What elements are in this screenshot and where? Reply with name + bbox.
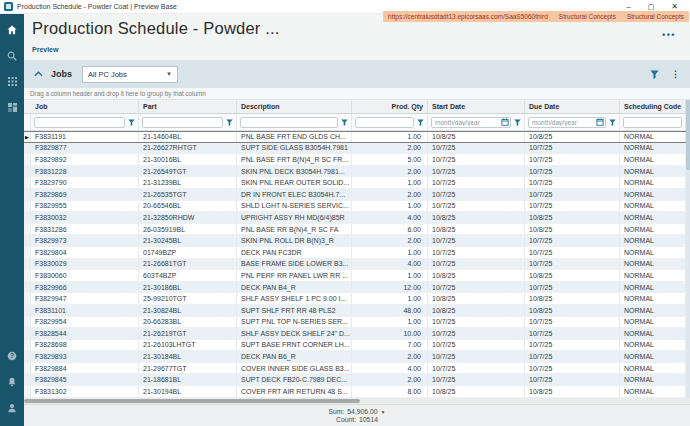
search-icon[interactable] xyxy=(0,45,24,66)
cell-due[interactable]: 10/8/25 xyxy=(525,270,620,281)
cell-qty[interactable]: 4.00 xyxy=(352,259,428,270)
cell-part[interactable]: 21-30824BL xyxy=(139,305,237,316)
sum-aggregate-dropdown-icon[interactable]: ▼ xyxy=(381,409,386,415)
cell-qty[interactable]: 1.00 xyxy=(352,132,428,142)
cell-due[interactable]: 10/7/25 xyxy=(525,177,620,188)
calendar-icon[interactable] xyxy=(501,118,509,126)
cell-job[interactable]: F3830060 xyxy=(31,270,139,281)
table-row[interactable]: F383110121-30824BLSUPT SHLF FRT RR 48 PL… xyxy=(24,305,686,317)
cell-part[interactable]: 21-29677TGT xyxy=(139,363,237,374)
cell-code[interactable]: NORMAL xyxy=(620,328,686,339)
filter-icon[interactable] xyxy=(514,119,521,126)
table-row[interactable]: F3830060603T4BZPPNL PERF RR PANEL LWR RR… xyxy=(24,270,686,282)
cell-start[interactable]: 10/7/25 xyxy=(428,282,525,293)
home-icon[interactable] xyxy=(0,19,24,40)
cell-due[interactable]: 10/7/25 xyxy=(525,374,620,385)
group-by-bar[interactable]: Drag a column header and drop it here to… xyxy=(24,88,690,100)
cell-desc[interactable]: SKIN PNL REAR OUTER SOLID... xyxy=(237,177,352,188)
cell-part[interactable]: 21-26681TGT xyxy=(139,259,237,270)
filter-icon[interactable] xyxy=(341,119,348,126)
tab-preview[interactable]: Preview xyxy=(32,46,58,53)
cell-start[interactable]: 10/7/25 xyxy=(428,143,525,154)
cell-part[interactable]: 21-31239BL xyxy=(139,177,237,188)
cell-start[interactable]: 10/7/25 xyxy=(428,340,525,351)
cell-due[interactable]: 10/8/25 xyxy=(525,132,620,142)
apps-grid-icon[interactable] xyxy=(0,71,24,92)
column-header-part[interactable]: Part xyxy=(139,100,237,113)
filter-icon[interactable] xyxy=(650,70,659,79)
cell-code[interactable]: NORMAL xyxy=(620,247,686,258)
cell-job[interactable]: F3831191 xyxy=(31,132,139,142)
cell-job[interactable]: F3829869 xyxy=(31,189,139,200)
filter-input-prod-qty[interactable] xyxy=(355,117,414,128)
cell-desc[interactable]: DECK PAN FC3DR xyxy=(237,247,352,258)
cell-desc[interactable]: SUPT BASE FRNT CORNER LH... xyxy=(237,340,352,351)
cell-qty[interactable]: 1.00 xyxy=(352,270,428,281)
cell-desc[interactable]: COVER INNER SIDE GLASS B3... xyxy=(237,363,352,374)
table-row[interactable]: F382996621-30186BLDECK PAN B4_R12.0010/7… xyxy=(24,282,686,294)
cell-part[interactable]: 21-18681BL xyxy=(139,374,237,385)
cell-qty[interactable]: 7.00 xyxy=(352,340,428,351)
cell-qty[interactable]: 4.00 xyxy=(352,363,428,374)
cell-start[interactable]: 10/7/25 xyxy=(428,177,525,188)
cell-code[interactable]: NORMAL xyxy=(620,293,686,304)
cell-start[interactable]: 10/7/25 xyxy=(428,374,525,385)
table-row[interactable]: F382869821-26103LHTGTSUPT BASE FRNT CORN… xyxy=(24,340,686,352)
cell-desc[interactable]: SKIN PNL ROLL DR B(N)3_R xyxy=(237,235,352,246)
cell-due[interactable]: 10/7/25 xyxy=(525,340,620,351)
cell-start[interactable]: 10/8/25 xyxy=(428,293,525,304)
filter-date-start[interactable] xyxy=(431,117,511,128)
cell-due[interactable]: 10/7/25 xyxy=(525,143,620,154)
cell-qty[interactable]: 8.00 xyxy=(352,386,428,397)
table-row[interactable]: F382989321-30184BLDECK PAN B6_R2.0010/7/… xyxy=(24,351,686,363)
cell-start[interactable]: 10/7/25 xyxy=(428,317,525,328)
cell-start[interactable]: 10/7/25 xyxy=(428,189,525,200)
minimize-button[interactable]: – xyxy=(626,3,630,11)
cell-part[interactable]: 21-32850RHDW xyxy=(139,212,237,223)
cell-code[interactable]: NORMAL xyxy=(620,374,686,385)
cell-code[interactable]: NORMAL xyxy=(620,259,686,270)
cell-code[interactable]: NORMAL xyxy=(620,143,686,154)
cell-job[interactable]: F3829790 xyxy=(31,177,139,188)
user-avatar-icon[interactable] xyxy=(0,397,24,418)
column-header-scheduling-code[interactable]: Scheduling Code xyxy=(620,100,686,113)
filter-input-description[interactable] xyxy=(240,117,338,128)
cell-code[interactable]: NORMAL xyxy=(620,235,686,246)
cell-due[interactable]: 10/7/25 xyxy=(525,259,620,270)
table-row[interactable]: F383003221-32850RHDWUPRIGHT ASSY RH MD(6… xyxy=(24,212,686,224)
cell-code[interactable]: NORMAL xyxy=(620,224,686,235)
cell-qty[interactable]: 6.00 xyxy=(352,224,428,235)
table-row[interactable]: ▶F383119121-14604BLPNL BASE FRT END GLDS… xyxy=(24,131,686,143)
cell-job[interactable]: F3828544 xyxy=(31,328,139,339)
cell-qty[interactable]: 2.00 xyxy=(352,166,428,177)
table-row[interactable]: F382988421-29677TGTCOVER INNER SIDE GLAS… xyxy=(24,363,686,375)
filter-date-due[interactable] xyxy=(528,117,606,128)
cell-job[interactable]: F3829877 xyxy=(31,143,139,154)
cell-job[interactable]: F3829954 xyxy=(31,317,139,328)
filter-icon[interactable] xyxy=(128,119,135,126)
cell-code[interactable]: NORMAL xyxy=(620,317,686,328)
cell-due[interactable]: 10/7/25 xyxy=(525,166,620,177)
cell-desc[interactable]: PNL BASE FRT END GLDS CH... xyxy=(237,132,352,142)
cell-qty[interactable]: 1.00 xyxy=(352,293,428,304)
cell-desc[interactable]: DECK PAN B6_R xyxy=(237,351,352,362)
cell-part[interactable]: 20-66546BL xyxy=(139,201,237,212)
cell-job[interactable]: F3829804 xyxy=(31,247,139,258)
cell-due[interactable]: 10/7/25 xyxy=(525,154,620,165)
overflow-menu-icon[interactable]: ••• xyxy=(662,32,676,38)
cell-due[interactable]: 10/7/25 xyxy=(525,317,620,328)
cell-desc[interactable]: SUPT SIDE GLASS B3054H.7981 xyxy=(237,143,352,154)
cell-desc[interactable]: DECK PAN B4_R xyxy=(237,282,352,293)
cell-part[interactable]: 20-66283BL xyxy=(139,317,237,328)
cell-due[interactable]: 10/8/25 xyxy=(525,386,620,397)
cell-part[interactable]: 21-26627RHTGT xyxy=(139,143,237,154)
table-row[interactable]: F382997321-30245BLSKIN PNL ROLL DR B(N)3… xyxy=(24,235,686,247)
cell-part[interactable]: 21-30186BL xyxy=(139,282,237,293)
table-row[interactable]: F382995520-66546BLSHLD LGHT N-SERIES SER… xyxy=(24,201,686,213)
close-button[interactable]: ✕ xyxy=(671,3,678,11)
cell-desc[interactable]: BASE FRAME SIDE LOWER B3... xyxy=(237,259,352,270)
cell-desc[interactable]: COVER FRT AIR RETURN 48 S... xyxy=(237,386,352,397)
cell-qty[interactable]: 12.00 xyxy=(352,282,428,293)
filter-icon[interactable] xyxy=(609,119,616,126)
cell-job[interactable]: F3829893 xyxy=(31,351,139,362)
